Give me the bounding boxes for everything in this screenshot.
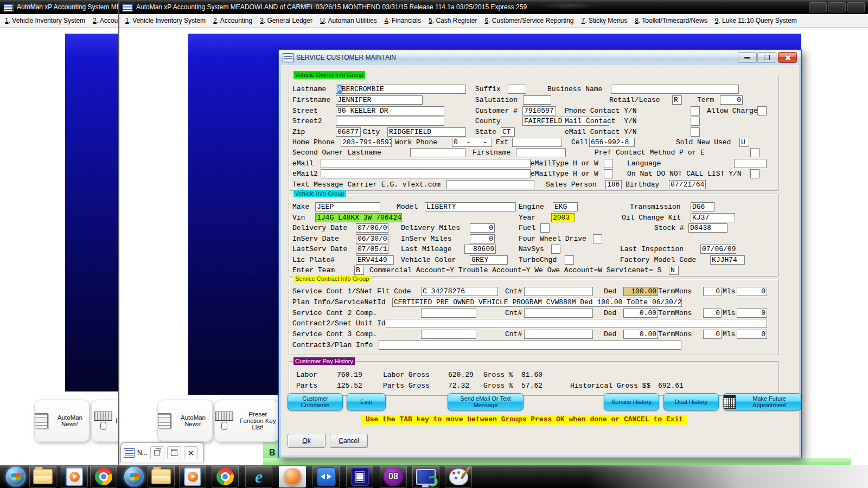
termmons2-field[interactable]: 0	[703, 309, 722, 318]
dialog-titlebar[interactable]: SERVICE CUSTOMER MAINTAIN	[279, 50, 801, 65]
customer-comments-button[interactable]: Customer Comments	[288, 393, 343, 410]
make-future-appointment-button[interactable]: Make Future Appointment	[723, 393, 801, 410]
enter-team-field[interactable]: B	[354, 266, 364, 275]
pref-contact-field[interactable]	[750, 148, 760, 157]
taskbar-media-player[interactable]	[61, 466, 88, 487]
deal-history-button[interactable]: Deal History	[663, 393, 719, 410]
menu-accounting[interactable]: 2. Accounting	[89, 15, 118, 26]
menu-sticky-menus[interactable]: 7. Sticky Menus	[578, 15, 631, 26]
cnt1-field[interactable]	[524, 287, 593, 296]
taskbar-teamviewer[interactable]	[312, 466, 340, 487]
cnt3-field[interactable]	[524, 330, 593, 339]
firstname-field[interactable]: JENNIFER	[336, 95, 423, 105]
contract3-plan-field[interactable]	[379, 341, 681, 350]
stock-number-field[interactable]: D0438	[688, 223, 727, 233]
dialog-minimize-button[interactable]	[738, 52, 757, 63]
work-phone-field[interactable]: 0 - -	[452, 138, 492, 147]
second-owner-firstname-field[interactable]	[516, 148, 566, 157]
salutation-field[interactable]	[523, 95, 551, 105]
ext-field[interactable]	[512, 138, 562, 147]
text-carrier-field[interactable]	[446, 180, 534, 189]
cnt2-field[interactable]	[524, 309, 593, 318]
menu-customer-service-reporting[interactable]: 6. Customer/Service Reporting	[481, 15, 577, 26]
taskbar-explorer[interactable]	[29, 466, 56, 487]
menu-vehicle-inventory[interactable]: 1. Vehicle Inventory System	[1, 15, 89, 26]
transmission-field[interactable]: DG6	[691, 202, 714, 211]
sales-person-field[interactable]: 186	[605, 180, 622, 189]
state-field[interactable]: CT	[501, 127, 515, 137]
lastserv-date-field[interactable]: 07/05/12	[356, 245, 388, 254]
sold-new-used-field[interactable]: U	[739, 138, 749, 147]
plan-info-field[interactable]: CERTIFIED PRE OWNED VEHICLE PROGRAM CVW8…	[392, 298, 682, 307]
dialog-maximize-button[interactable]	[757, 52, 776, 63]
ded1-field[interactable]: 100.00	[623, 287, 658, 296]
lic-plate-field[interactable]: ERV4149	[356, 255, 394, 265]
send-email-text-button[interactable]: Send eMail Or Text Message	[448, 393, 524, 410]
taskbar-internet-explorer[interactable]: e	[245, 466, 272, 487]
business-name-field[interactable]	[611, 85, 739, 94]
second-owner-lastname-field[interactable]	[410, 148, 465, 157]
zip-field[interactable]: 06877	[336, 127, 361, 137]
birthday-field[interactable]: 07/21/64	[669, 180, 706, 189]
retail-lease-field[interactable]: R	[672, 95, 682, 105]
suffix-field[interactable]	[508, 85, 526, 94]
close-button[interactable]	[184, 446, 198, 459]
year-field[interactable]: 2003	[551, 213, 575, 222]
street-field[interactable]: 90 KEELER DR	[336, 106, 444, 115]
back-preset-key-button[interactable]: P	[91, 400, 118, 442]
email-field[interactable]	[321, 159, 531, 168]
model-field[interactable]: LIBERTY	[425, 202, 516, 211]
inserv-date-field[interactable]: 06/30/03	[356, 234, 388, 243]
servicenet-field[interactable]: N	[669, 266, 679, 275]
navsys-field[interactable]	[551, 245, 560, 254]
turbochgd-field[interactable]	[565, 255, 574, 265]
mail-contact-field[interactable]	[691, 117, 700, 126]
fuel-field[interactable]	[540, 223, 550, 233]
delivery-miles-field[interactable]: 0	[470, 223, 495, 233]
restore-button[interactable]	[150, 446, 164, 459]
taskbar-explorer-2[interactable]	[148, 466, 175, 487]
city-field[interactable]: RIDGEFIELD	[387, 127, 466, 137]
back-automan-news-button[interactable]: AutoMan News!	[34, 400, 90, 442]
oil-change-kit-field[interactable]: KJ37	[691, 213, 735, 222]
do-not-call-field[interactable]	[750, 169, 760, 178]
taskbar-media-player-2[interactable]	[179, 466, 206, 487]
mls3-field[interactable]: 0	[737, 330, 767, 339]
emailtype2-field[interactable]	[604, 169, 613, 178]
taskbar-remote-desktop[interactable]	[412, 466, 439, 487]
termmons1-field[interactable]: 0	[703, 287, 722, 296]
termmons3-field[interactable]: 0	[703, 330, 722, 339]
mls2-field[interactable]: 0	[737, 309, 767, 318]
close-button[interactable]	[847, 2, 865, 12]
taskbar-chrome-2[interactable]	[212, 466, 239, 487]
dialog-close-button[interactable]	[778, 52, 797, 63]
cell-field[interactable]: 656-992-8	[589, 138, 635, 147]
language-field[interactable]	[734, 159, 767, 168]
taskbar-document-app[interactable]	[346, 466, 373, 487]
factory-model-code-field[interactable]: KJJH74	[710, 255, 745, 265]
cancel-button[interactable]: Cancel	[330, 434, 368, 448]
term-field[interactable]: 0	[720, 95, 743, 105]
vehicle-color-field[interactable]: GREY	[470, 255, 508, 265]
taskbar-08-app[interactable]: 08	[380, 466, 407, 487]
customer-number-field[interactable]: 7910597	[522, 106, 556, 115]
evip-button[interactable]: Evip	[347, 393, 386, 410]
main-window-titlebar[interactable]: AutoMan xP Accounting System MEADOWLAND …	[119, 0, 868, 14]
service-cont3-field[interactable]	[421, 330, 476, 339]
mini-window-fragment[interactable]: N...	[120, 442, 204, 463]
back-window-titlebar[interactable]: AutoMan xP Accounting System MEA	[0, 0, 118, 14]
start-button-2[interactable]	[120, 466, 148, 487]
emailtype-field[interactable]	[604, 159, 613, 168]
taskbar-chrome[interactable]	[90, 466, 117, 487]
automan-news-button[interactable]: AutoMan News!	[157, 400, 213, 442]
email2-field[interactable]	[321, 169, 531, 178]
allow-charges-field[interactable]	[757, 106, 767, 115]
four-wheel-drive-field[interactable]	[593, 234, 602, 243]
minimize-button[interactable]	[809, 2, 827, 12]
inserv-miles-field[interactable]: 0	[470, 234, 495, 243]
phone-contact-field[interactable]	[691, 106, 700, 115]
menu-financials[interactable]: 4. Financials	[381, 15, 425, 26]
service-cont1-field[interactable]: C 34278276	[421, 287, 498, 296]
home-phone-field[interactable]: 203-791-0597	[341, 138, 392, 147]
menu-luke-query[interactable]: 9. Luke 11:10 Query System	[711, 15, 801, 26]
